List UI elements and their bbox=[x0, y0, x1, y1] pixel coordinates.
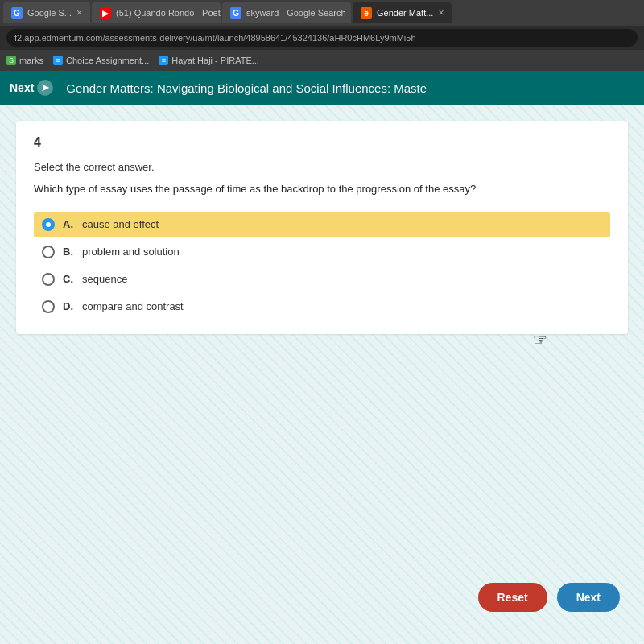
bookmark-choice[interactable]: ≡ Choice Assignment... bbox=[53, 56, 149, 65]
option-c[interactable]: C. sequence bbox=[34, 266, 610, 292]
next-button[interactable]: Next bbox=[557, 583, 620, 612]
bookmarks-bar: S marks ≡ Choice Assignment... ≡ Hayat H… bbox=[0, 50, 644, 71]
question-instruction: Select the correct answer. bbox=[34, 161, 610, 173]
url-text: f2.app.edmentum.com/assessments-delivery… bbox=[14, 33, 416, 43]
tab-gender[interactable]: e Gender Matt... × bbox=[353, 2, 452, 23]
option-a[interactable]: A. cause and effect bbox=[34, 212, 610, 237]
option-d[interactable]: D. compare and contrast bbox=[34, 294, 610, 320]
tab-bar: G Google S... × ▶ (51) Quando Rondo - Po… bbox=[0, 0, 644, 26]
bookmark-marks-label: marks bbox=[19, 56, 43, 65]
option-a-text: cause and effect bbox=[82, 218, 159, 230]
question-text: Which type of essay uses the passage of … bbox=[34, 181, 610, 197]
bookmark-choice-label: Choice Assignment... bbox=[66, 56, 149, 65]
tab-skyward-close[interactable]: × bbox=[351, 7, 352, 19]
bookmark-choice-icon: ≡ bbox=[53, 56, 63, 65]
question-number: 4 bbox=[34, 135, 610, 150]
tab-youtube[interactable]: ▶ (51) Quando Rondo - Poetic Jus... × bbox=[92, 2, 221, 23]
header-title: Gender Matters: Navigating Biological an… bbox=[66, 81, 427, 95]
bookmark-hayat[interactable]: ≡ Hayat Haji - PIRATE... bbox=[159, 56, 259, 65]
option-b-label: B. bbox=[63, 246, 74, 258]
option-a-label: A. bbox=[63, 218, 74, 230]
main-content: 4 Select the correct answer. Which type … bbox=[0, 105, 644, 644]
tab-youtube-favicon: ▶ bbox=[100, 7, 111, 19]
bottom-buttons: Reset Next bbox=[478, 583, 621, 612]
option-c-label: C. bbox=[63, 273, 74, 285]
tab-google-label: Google S... bbox=[27, 8, 72, 18]
nav-next-arrow-icon: ➤ bbox=[37, 80, 53, 96]
option-d-text: compare and contrast bbox=[82, 300, 184, 312]
app-header: Next ➤ Gender Matters: Navigating Biolog… bbox=[0, 71, 644, 105]
question-card: 4 Select the correct answer. Which type … bbox=[16, 121, 628, 334]
nav-next-button[interactable]: Next ➤ bbox=[10, 80, 53, 96]
tab-skyward-favicon: G bbox=[230, 7, 242, 19]
tab-google-favicon: G bbox=[11, 7, 23, 19]
bookmark-hayat-label: Hayat Haji - PIRATE... bbox=[171, 56, 259, 65]
answer-options: A. cause and effect B. problem and solut… bbox=[34, 212, 610, 320]
option-c-text: sequence bbox=[82, 273, 127, 285]
tab-skyward[interactable]: G skyward - Google Search × bbox=[222, 2, 351, 23]
tab-gender-close[interactable]: × bbox=[438, 7, 444, 19]
radio-a bbox=[42, 218, 55, 231]
option-d-label: D. bbox=[63, 300, 74, 312]
tab-google[interactable]: G Google S... × bbox=[3, 2, 90, 23]
tab-gender-label: Gender Matt... bbox=[377, 8, 433, 18]
tab-skyward-label: skyward - Google Search bbox=[246, 8, 346, 18]
tab-gender-favicon: e bbox=[361, 7, 372, 19]
option-b[interactable]: B. problem and solution bbox=[34, 239, 610, 265]
tab-youtube-label: (51) Quando Rondo - Poetic Jus... bbox=[116, 8, 221, 18]
bookmark-marks[interactable]: S marks bbox=[6, 56, 43, 65]
reset-button[interactable]: Reset bbox=[478, 583, 547, 612]
radio-d bbox=[42, 300, 55, 313]
bookmark-marks-icon: S bbox=[6, 56, 16, 65]
url-input[interactable]: f2.app.edmentum.com/assessments-delivery… bbox=[6, 29, 638, 47]
radio-c bbox=[42, 273, 55, 286]
bookmark-hayat-icon: ≡ bbox=[159, 56, 168, 65]
nav-next-label: Next bbox=[10, 81, 34, 94]
radio-b bbox=[42, 246, 55, 258]
option-b-text: problem and solution bbox=[82, 246, 180, 258]
tab-google-close[interactable]: × bbox=[76, 7, 82, 19]
address-bar: f2.app.edmentum.com/assessments-delivery… bbox=[0, 26, 644, 50]
